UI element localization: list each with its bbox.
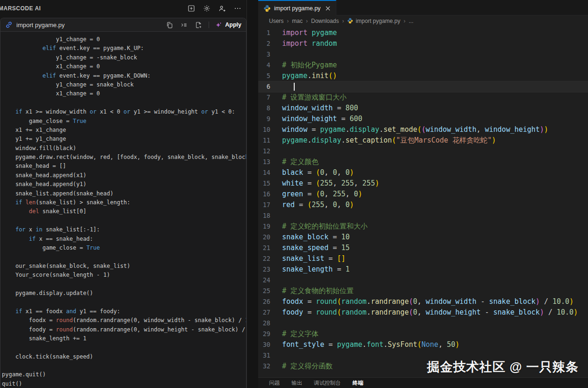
breadcrumb-item[interactable]: Users: [269, 18, 283, 24]
line-number: 9: [258, 114, 282, 124]
code-line: clock.tick(snake_speed): [2, 352, 246, 361]
breadcrumb-label: Downloads: [311, 18, 339, 24]
code-line: y1_change = -snake_block: [2, 53, 246, 62]
code-line: if x1 == foodx and y1 == foody:: [2, 307, 246, 316]
code-line: our_snake(snake_block, snake_list): [2, 262, 246, 271]
editor-code-line: 11pygame.display.set_caption("豆包MarsCode…: [258, 135, 588, 146]
line-number: 10: [258, 124, 282, 135]
editor-code-line: 19# 定义蛇的初始位置和大小: [258, 221, 588, 232]
breadcrumb-item[interactable]: ...: [409, 18, 414, 24]
code-line: foody = round(random.randrange(0, window…: [2, 325, 246, 334]
new-file-icon[interactable]: [194, 21, 203, 29]
ai-panel-title: MARSCODE AI: [0, 5, 41, 12]
breadcrumb-label: mac: [292, 18, 303, 24]
line-number: 12: [258, 146, 282, 157]
code-block-actions: Apply: [165, 21, 241, 29]
line-number: 16: [258, 189, 282, 200]
code-line: window.fill(black): [2, 144, 246, 153]
insert-at-cursor-icon[interactable]: [180, 21, 188, 29]
editor-code-line: 30font_style = pygame.font.SysFont(None,…: [258, 339, 588, 350]
code-line: snake_head.append(x1): [2, 171, 246, 180]
code-line: [2, 252, 246, 261]
line-number: 28: [258, 318, 282, 329]
python-file-icon: [263, 5, 271, 12]
editor-code-line: 17red = (255, 0, 0): [258, 200, 588, 210]
editor-code-line: 23snake_length = 1: [258, 264, 588, 275]
editor-code-line: 14black = (0, 0, 0): [258, 167, 588, 178]
code-line: [2, 343, 246, 352]
editor-code-line: 8window_width = 800: [258, 103, 588, 114]
code-line: pygame.display.update(): [2, 289, 246, 298]
line-number: 20: [258, 232, 282, 243]
line-number: 25: [258, 286, 282, 296]
line-number: 26: [258, 296, 282, 307]
apply-button[interactable]: Apply: [215, 22, 241, 29]
panel-tab-inactive[interactable]: 输出: [291, 380, 302, 387]
breadcrumb: Users›mac›Downloads›import pygame.py›...: [258, 15, 588, 26]
editor-code-line: 21snake_speed = 15: [258, 243, 588, 253]
breadcrumb-item[interactable]: Downloads: [311, 18, 339, 24]
editor-code-line: 7# 设置游戏窗口大小: [258, 92, 588, 103]
code-line: pygame.quit(): [2, 370, 246, 379]
panel-tab-inactive[interactable]: 调试控制台: [314, 380, 341, 387]
code-line: elif event.key == pygame.K_UP:: [2, 44, 246, 53]
editor-code-line: 1import pygame: [258, 28, 588, 38]
editor-code-line: 24: [258, 275, 588, 286]
account-user-icon[interactable]: [218, 4, 226, 13]
code-line: del snake_list[0]: [2, 207, 246, 216]
breadcrumb-separator: ›: [404, 18, 406, 24]
code-line: snake_list.append(snake_head): [2, 189, 246, 198]
tab-import-pygame[interactable]: import pygame.py: [258, 0, 336, 15]
editor-code-line: 18: [258, 210, 588, 221]
tab-title: import pygame.py: [274, 5, 320, 12]
code-line: if x == snake_head:: [2, 235, 246, 244]
line-number: 15: [258, 178, 282, 189]
editor-code-line: 15white = (255, 255, 255): [258, 178, 588, 189]
line-number: 6: [258, 81, 282, 92]
line-number: 22: [258, 253, 282, 264]
line-number: 19: [258, 221, 282, 232]
new-chat-icon[interactable]: [187, 4, 196, 13]
code-line: x1_change = 0: [2, 62, 246, 71]
editor-content[interactable]: 1import pygame2import random34# 初始化Pygam…: [258, 26, 588, 377]
editor-code-line: 9window_height = 600: [258, 114, 588, 124]
code-line: elif event.key == pygame.K_DOWN:: [2, 72, 246, 80]
line-number: 14: [258, 167, 282, 178]
line-number: 23: [258, 264, 282, 275]
copy-icon[interactable]: [165, 21, 174, 29]
line-number: 1: [258, 28, 282, 38]
code-line: game_close = True: [2, 244, 246, 252]
ai-code-content: y1_change = 0 elif event.key == pygame.K…: [0, 32, 246, 388]
breadcrumb-item[interactable]: import pygame.py: [347, 18, 400, 24]
line-number: 27: [258, 307, 282, 318]
panel-tab-active[interactable]: 终端: [353, 380, 363, 387]
app-window: MARSCODE AI: [0, 0, 588, 388]
panel-tab-inactive[interactable]: 问题: [269, 380, 280, 387]
ai-code-block: import pygame.py: [0, 18, 247, 388]
file-link-icon: [5, 21, 13, 29]
breadcrumb-item[interactable]: mac: [292, 18, 303, 24]
editor-code-line: 27foody = round(random.randrange(0, wind…: [258, 307, 588, 318]
tab-close-icon[interactable]: [324, 4, 332, 12]
editor-code-line: 25# 定义食物的初始位置: [258, 286, 588, 296]
line-number: 8: [258, 103, 282, 114]
line-number: 5: [258, 71, 282, 81]
code-line: [2, 361, 246, 370]
python-file-icon: [347, 18, 353, 24]
editor-code-line: 26foodx = round(random.randrange(0, wind…: [258, 296, 588, 307]
bottom-panel-tabs: 问题输出调试控制台终端: [258, 377, 588, 388]
editor-code-line: 12: [258, 146, 588, 157]
line-number: 29: [258, 329, 282, 339]
line-number: 7: [258, 92, 282, 103]
code-line: game_close = True: [2, 117, 246, 126]
editor-code-line: 28: [258, 318, 588, 329]
code-line: if len(snake_list) > snake_length:: [2, 198, 246, 207]
editor-code-line: 2import random: [258, 38, 588, 49]
more-actions-icon[interactable]: [233, 4, 242, 13]
settings-gear-icon[interactable]: [203, 4, 211, 13]
code-line: y1_change = 0: [2, 35, 246, 44]
editor-code-line: 20snake_block = 10: [258, 232, 588, 243]
breadcrumb-label: ...: [409, 18, 414, 24]
sparkle-icon: [215, 22, 222, 29]
line-number: 17: [258, 200, 282, 210]
